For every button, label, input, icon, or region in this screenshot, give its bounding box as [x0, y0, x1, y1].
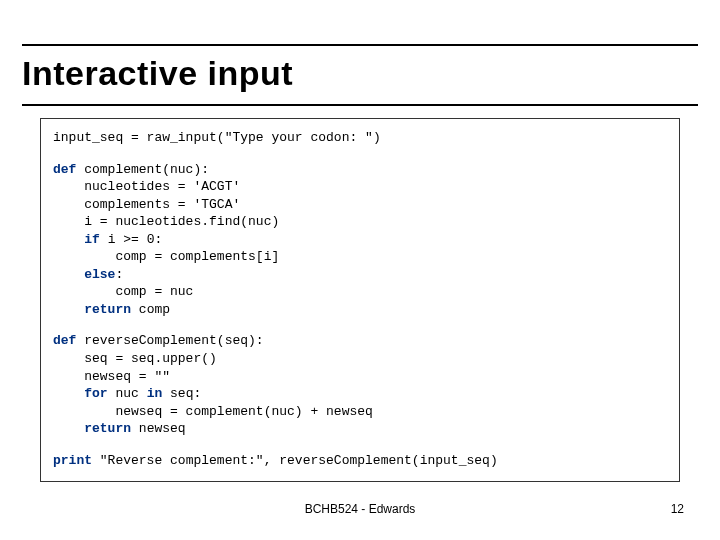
keyword-def: def [53, 333, 76, 348]
code-text: nucleotides = 'ACGT' [53, 179, 240, 194]
keyword-return: return [84, 421, 131, 436]
page-number: 12 [671, 502, 684, 516]
keyword-return: return [84, 302, 131, 317]
code-text: complements = 'TGCA' [53, 197, 240, 212]
code-text: seq: [162, 386, 201, 401]
slide-title: Interactive input [22, 54, 293, 93]
keyword-for: for [84, 386, 107, 401]
code-text: "Reverse complement:", reverseComplement… [92, 453, 498, 468]
code-text: comp = complements[i] [53, 249, 279, 264]
top-rule [22, 44, 698, 46]
under-title-rule [22, 104, 698, 106]
code-text: comp = nuc [53, 284, 193, 299]
keyword-if: if [84, 232, 100, 247]
keyword-else: else [84, 267, 115, 282]
keyword-print: print [53, 453, 92, 468]
code-box: input_seq = raw_input("Type your codon: … [40, 118, 680, 482]
code-text: i = nucleotides.find(nuc) [53, 214, 279, 229]
code-text: newseq = complement(nuc) + newseq [53, 404, 373, 419]
code-text [53, 302, 84, 317]
keyword-in: in [147, 386, 163, 401]
code-block-def-reverse: def reverseComplement(seq): seq = seq.up… [53, 332, 667, 437]
code-text: : [115, 267, 123, 282]
code-text [53, 232, 84, 247]
code-block-def-complement: def complement(nuc): nucleotides = 'ACGT… [53, 161, 667, 319]
keyword-def: def [53, 162, 76, 177]
code-block-print: print "Reverse complement:", reverseComp… [53, 452, 667, 470]
code-text: ) [373, 130, 381, 145]
code-text: input_seq = raw_input( [53, 130, 225, 145]
code-text: "Type your codon: " [225, 130, 373, 145]
code-text [53, 421, 84, 436]
code-text: newseq = "" [53, 369, 170, 384]
code-text: newseq [131, 421, 186, 436]
code-text [53, 386, 84, 401]
code-text [53, 267, 84, 282]
footer-course: BCHB524 - Edwards [0, 502, 720, 516]
code-text: i >= 0: [100, 232, 162, 247]
code-text: seq = seq.upper() [53, 351, 217, 366]
code-block-input: input_seq = raw_input("Type your codon: … [53, 129, 667, 147]
code-text: nuc [108, 386, 147, 401]
code-text: complement(nuc): [76, 162, 209, 177]
code-text: reverseComplement(seq): [76, 333, 263, 348]
code-text: comp [131, 302, 170, 317]
